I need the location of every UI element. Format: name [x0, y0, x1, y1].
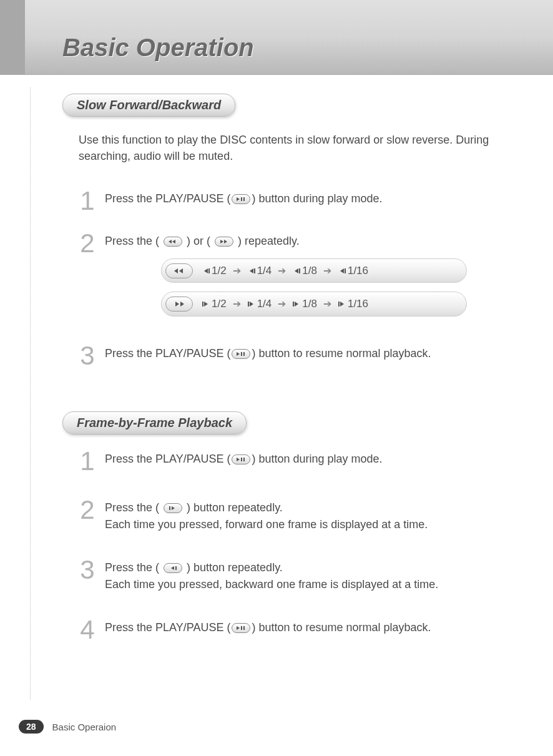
rewind-icon: [164, 237, 182, 247]
text: ) button during play mode.: [252, 453, 382, 465]
svg-rect-29: [243, 352, 245, 356]
speed-value: 1/2: [212, 263, 227, 279]
play-pause-icon: [232, 623, 250, 633]
speed-value: 1/16: [348, 263, 368, 279]
svg-marker-11: [250, 268, 253, 273]
svg-rect-36: [175, 566, 177, 570]
forward-speed-sequence: 1/2 ➔ 1/4 ➔ 1/8 ➔ 1/16: [161, 292, 467, 317]
arrow-right-icon: ➔: [323, 263, 331, 278]
speed-value: 1/8: [302, 263, 317, 279]
svg-rect-21: [248, 302, 249, 307]
step-number: 3: [79, 558, 96, 582]
text: ) button during play mode.: [252, 192, 382, 205]
title-banner: Basic Operation: [0, 0, 553, 75]
step-number: 1: [79, 189, 96, 213]
text: Each time you pressed, forward one frame…: [105, 518, 428, 531]
speed-step: 1/2: [202, 263, 227, 279]
svg-rect-12: [254, 268, 255, 273]
text: Press the PLAY/PAUSE (: [105, 347, 230, 360]
step-number: 4: [79, 618, 96, 642]
section2-step-1: 1 Press the PLAY/PAUSE () button during …: [79, 449, 516, 473]
svg-marker-17: [175, 302, 179, 307]
svg-marker-7: [174, 268, 178, 273]
section-heading-slow: Slow Forward/Backward: [62, 94, 235, 117]
arrow-right-icon: ➔: [233, 297, 241, 312]
arrow-right-icon: ➔: [323, 297, 331, 312]
svg-marker-22: [250, 302, 253, 307]
main-content: Slow Forward/Backward Use this function …: [0, 75, 553, 641]
svg-marker-3: [169, 240, 172, 243]
speed-step: 1/16: [338, 263, 368, 279]
text: ) button repeatedly.: [184, 501, 283, 514]
step-text: Press the PLAY/PAUSE () button to resume…: [105, 618, 431, 636]
svg-rect-1: [241, 197, 242, 201]
speed-step: 1/16: [338, 296, 368, 312]
svg-rect-16: [345, 268, 346, 273]
play-pause-icon: [232, 349, 250, 359]
speed-value: 1/8: [302, 296, 317, 312]
step-text: Press the PLAY/PAUSE () button during pl…: [105, 449, 383, 468]
svg-marker-20: [204, 302, 208, 307]
text: Press the PLAY/PAUSE (: [105, 453, 230, 465]
step-text: Press the ( ) button repeatedly. Each ti…: [105, 558, 438, 593]
section2-step-3: 3 Press the ( ) button repeatedly. Each …: [79, 558, 516, 593]
text: ) button to resume normal playback.: [252, 621, 431, 634]
svg-marker-37: [237, 626, 240, 630]
speed-step: 1/2: [202, 296, 227, 312]
speed-step: 1/4: [247, 296, 272, 312]
rewind-icon: [165, 263, 193, 278]
speed-step: 1/8: [292, 263, 317, 279]
reverse-speed-sequence: 1/2 ➔ 1/4 ➔ 1/8 ➔ 1/16: [161, 258, 467, 283]
text: ) repeatedly.: [235, 235, 300, 247]
section2-step-2: 2 Press the ( ) button repeatedly. Each …: [79, 498, 516, 533]
text: ) button to resume normal playback.: [252, 347, 431, 360]
section1-step-3: 3 Press the PLAY/PAUSE () button to resu…: [79, 344, 516, 368]
svg-marker-35: [171, 566, 174, 570]
text: Press the PLAY/PAUSE (: [105, 621, 230, 634]
svg-marker-26: [340, 302, 344, 307]
fast-forward-icon: [215, 237, 233, 247]
speed-value: 1/4: [257, 263, 272, 279]
svg-rect-38: [241, 626, 242, 630]
fast-forward-icon: [165, 297, 193, 312]
svg-rect-10: [208, 268, 210, 273]
arrow-right-icon: ➔: [233, 263, 241, 278]
svg-marker-6: [224, 240, 227, 243]
speed-value: 1/2: [212, 296, 227, 312]
step-number: 3: [79, 344, 96, 368]
speed-value: 1/4: [257, 296, 272, 312]
svg-marker-15: [340, 268, 344, 273]
step-text: Press the PLAY/PAUSE () button during pl…: [105, 189, 383, 207]
play-pause-icon: [232, 454, 250, 464]
frame-backward-icon: [164, 563, 182, 573]
text: Press the PLAY/PAUSE (: [105, 192, 230, 205]
speed-step: 1/4: [247, 263, 272, 279]
frame-forward-icon: [164, 503, 182, 513]
section1-step-1: 1 Press the PLAY/PAUSE () button during …: [79, 189, 516, 213]
step-number: 1: [79, 449, 96, 473]
svg-rect-39: [243, 626, 245, 630]
margin-dotted-line: [30, 87, 31, 700]
svg-marker-34: [172, 506, 175, 510]
svg-rect-28: [241, 352, 242, 356]
svg-marker-0: [237, 197, 240, 201]
text: Press the (: [105, 561, 162, 574]
svg-rect-31: [241, 458, 242, 461]
text: Press the (: [105, 235, 162, 247]
svg-marker-27: [237, 352, 240, 356]
step-number: 2: [79, 232, 96, 255]
text: Each time you pressed, backward one fram…: [105, 578, 438, 591]
svg-marker-24: [295, 302, 298, 307]
section2-step-4: 4 Press the PLAY/PAUSE () button to resu…: [79, 618, 516, 642]
text: ) button repeatedly.: [184, 561, 283, 574]
svg-marker-4: [172, 240, 175, 243]
svg-marker-13: [295, 268, 298, 273]
svg-marker-30: [237, 458, 240, 461]
text: ) or (: [184, 235, 213, 247]
svg-rect-2: [243, 197, 245, 201]
svg-marker-8: [179, 268, 183, 273]
svg-rect-25: [338, 302, 340, 307]
svg-rect-23: [293, 302, 294, 307]
svg-marker-9: [204, 268, 208, 273]
svg-marker-5: [220, 240, 223, 243]
